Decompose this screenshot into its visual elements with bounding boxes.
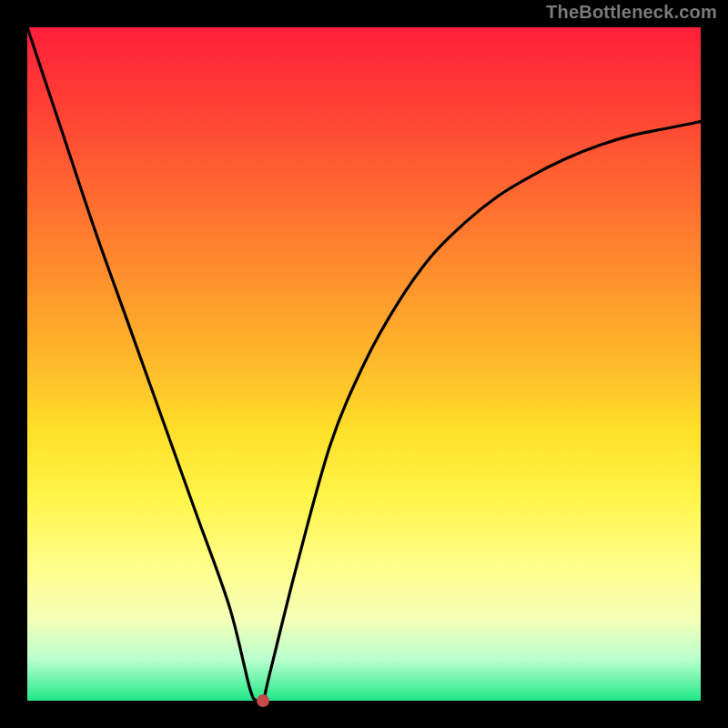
optimum-marker	[257, 694, 269, 707]
bottleneck-curve	[27, 27, 701, 701]
plot-area	[27, 27, 701, 701]
chart-frame: TheBottleneck.com	[0, 0, 728, 728]
watermark-text: TheBottleneck.com	[546, 2, 717, 23]
